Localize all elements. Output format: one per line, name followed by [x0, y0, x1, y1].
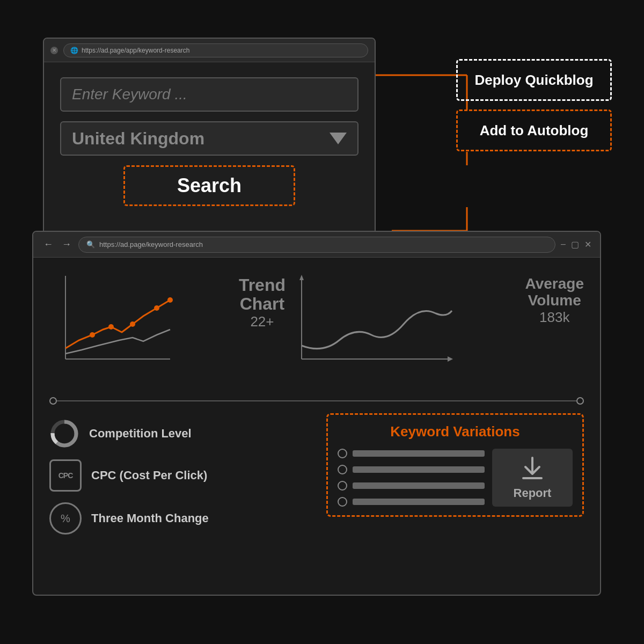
competition-donut-svg	[49, 419, 79, 449]
kv-circle-2	[338, 465, 347, 474]
list-item	[338, 481, 485, 491]
kv-list	[338, 449, 485, 507]
back-url-text: https://ad.page/app/keyword-research	[82, 47, 189, 54]
svg-marker-15	[448, 356, 453, 362]
svg-point-7	[90, 332, 95, 338]
deploy-quickblog-button[interactable]: Deploy Quickblog	[456, 59, 612, 101]
trend-chart-label: TrendChart 22+	[239, 276, 286, 330]
competition-icon	[49, 419, 79, 449]
trend-chart-title: TrendChart	[239, 276, 286, 313]
svg-point-11	[167, 297, 173, 303]
competition-label: Competition Level	[89, 427, 192, 441]
svg-point-8	[108, 324, 114, 330]
report-label: Report	[514, 486, 552, 500]
divider-circle-right	[576, 397, 584, 405]
three-month-stat: % Three Month Change	[49, 502, 310, 535]
list-item	[338, 497, 485, 507]
chevron-down-icon	[330, 133, 347, 144]
kv-circle-3	[338, 481, 347, 491]
avg-volume-value: 183k	[525, 309, 584, 326]
close-icon[interactable]: ✕	[584, 239, 591, 250]
list-item	[338, 465, 485, 474]
back-nav-button[interactable]: ←	[42, 238, 55, 251]
cpc-label: CPC (Cost Per Click)	[91, 469, 207, 482]
search-icon: 🔍	[86, 240, 95, 248]
kv-bar-3	[353, 482, 485, 489]
trend-chart-svg	[49, 270, 178, 372]
front-url-bar[interactable]: 🔍 https://ad.page/keyword-research	[78, 237, 555, 253]
front-url-text: https://ad.page/keyword-research	[99, 240, 203, 248]
charts-row: TrendChart 22+	[49, 270, 584, 389]
bottom-row: Competition Level CPC CPC (Cost Per Clic…	[49, 413, 584, 535]
trend-chart-subtitle: 22+	[250, 313, 274, 330]
back-content: Enter Keyword ... United Kingdom Search	[44, 62, 375, 221]
keyword-placeholder: Enter Keyword ...	[72, 86, 187, 103]
svg-point-10	[154, 305, 159, 311]
three-month-icon: %	[49, 502, 82, 535]
three-month-label: Three Month Change	[91, 511, 209, 525]
back-titlebar: ✕ 🌐 https://ad.page/app/keyword-research	[44, 39, 375, 62]
report-button[interactable]: Report	[492, 449, 573, 507]
browser-front-window: ← → 🔍 https://ad.page/keyword-research –…	[32, 231, 601, 596]
trend-chart-area: TrendChart 22+	[49, 270, 232, 378]
list-item	[338, 449, 485, 458]
divider-line	[57, 400, 576, 401]
competition-stat: Competition Level	[49, 419, 310, 449]
close-button[interactable]: ✕	[50, 47, 58, 54]
add-to-autoblog-label: Add to Autoblog	[480, 122, 589, 139]
kv-bar-2	[353, 466, 485, 473]
back-url-bar[interactable]: 🌐 https://ad.page/app/keyword-research	[63, 43, 368, 57]
maximize-icon[interactable]: ▢	[571, 239, 579, 250]
svg-point-9	[130, 321, 135, 327]
add-to-autoblog-button[interactable]: Add to Autoblog	[456, 109, 612, 151]
stats-left: Competition Level CPC CPC (Cost Per Clic…	[49, 413, 310, 535]
avg-volume-title: AverageVolume	[525, 276, 584, 309]
divider-circle-left	[49, 397, 57, 405]
front-titlebar: ← → 🔍 https://ad.page/keyword-research –…	[33, 232, 600, 258]
cpc-icon: CPC	[49, 459, 82, 492]
window-controls: – ▢ ✕	[561, 239, 591, 250]
download-icon	[519, 455, 546, 482]
main-scene: ✕ 🌐 https://ad.page/app/keyword-research…	[27, 27, 617, 617]
keyword-variations-box: Keyword Variations	[326, 413, 584, 517]
avg-volume-chart-svg	[296, 270, 473, 372]
keyword-input[interactable]: Enter Keyword ...	[60, 77, 358, 112]
avg-volume-label: AverageVolume 183k	[525, 276, 584, 326]
kv-circle-4	[338, 497, 347, 507]
side-buttons: Deploy Quickblog Add to Autoblog	[456, 59, 612, 151]
forward-nav-button[interactable]: →	[60, 238, 73, 251]
kv-body: Report	[338, 449, 573, 507]
kv-circle-1	[338, 449, 347, 458]
kv-bar-4	[353, 499, 485, 505]
deploy-quickblog-label: Deploy Quickblog	[474, 72, 593, 89]
country-select[interactable]: United Kingdom	[60, 121, 358, 156]
search-button[interactable]: Search	[123, 165, 295, 206]
svg-marker-14	[299, 275, 304, 280]
cpc-stat: CPC CPC (Cost Per Click)	[49, 459, 310, 492]
minimize-icon[interactable]: –	[561, 239, 566, 250]
search-button-label: Search	[177, 174, 241, 197]
divider	[49, 397, 584, 405]
country-label: United Kingdom	[72, 129, 204, 149]
keyword-variations-title: Keyword Variations	[338, 423, 573, 440]
front-content: TrendChart 22+	[33, 258, 600, 547]
kv-bar-1	[353, 450, 485, 457]
globe-icon: 🌐	[70, 47, 78, 54]
avg-volume-chart-area: AverageVolume 183k	[296, 270, 584, 378]
